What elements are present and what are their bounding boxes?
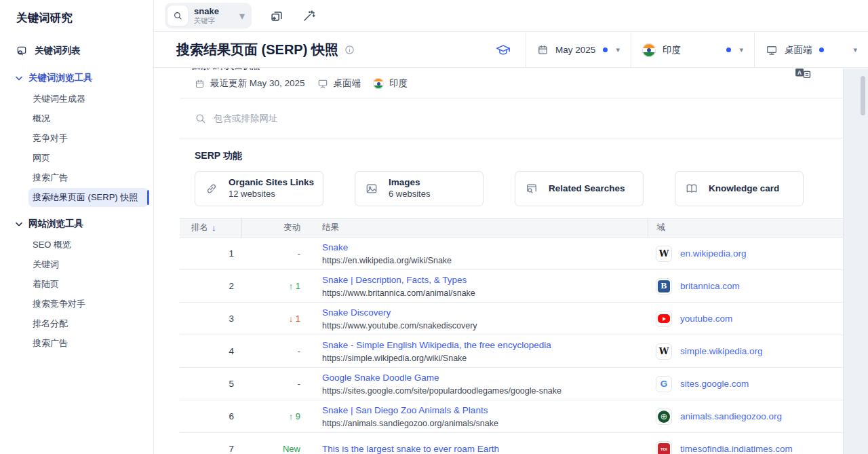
feature-card-related-searches[interactable]: Related Searches	[515, 171, 644, 206]
url-filter-input[interactable]	[214, 113, 566, 124]
change-value: -	[298, 379, 300, 389]
card-text: Related Searches	[549, 183, 625, 195]
page-header: 搜索结果页面 (SERP) 快照 May 2025 ▾ 印度 ▾	[154, 33, 868, 68]
feature-card-knowledge-card[interactable]: Knowledge card	[675, 171, 804, 206]
card-label: Knowledge card	[709, 183, 779, 195]
month-filter[interactable]: May 2025 ▾	[526, 33, 631, 67]
sidebar-subitem[interactable]: 概况	[28, 109, 149, 128]
result-url: https://simple.wikipedia.org/wiki/Snake	[322, 353, 648, 364]
chevron-down-icon	[16, 222, 22, 227]
domain-link[interactable]: timesofindia.indiatimes.com	[680, 444, 793, 454]
feature-card-organic-sites-links[interactable]: Organic Sites Links 12 websites	[195, 171, 323, 206]
domain-link[interactable]: simple.wikipedia.org	[680, 346, 763, 356]
domain-link[interactable]: sites.google.com	[680, 379, 749, 389]
result-url: https://animals.sandiegozoo.org/animals/…	[322, 418, 648, 429]
domain-cell: britannica.com	[648, 278, 843, 295]
sidebar-subitem[interactable]: 搜索广告	[28, 334, 149, 353]
page-title: 搜索结果页面 (SERP) 快照	[176, 41, 338, 59]
month-filter-value: May 2025	[555, 45, 595, 55]
sort-descending-icon[interactable]: ↓	[212, 223, 216, 233]
card-subtitle: 6 websites	[389, 189, 430, 200]
result-url: https://sites.google.com/site/populardoo…	[322, 385, 648, 396]
sidebar-subitem[interactable]: 竞争对手	[28, 129, 149, 148]
card-text: Images 6 websites	[389, 177, 430, 200]
card-label: Organic Sites Links	[229, 177, 314, 189]
result-title-link[interactable]: Snake	[322, 242, 648, 253]
rank-cell: 4	[180, 346, 242, 356]
india-flag-icon	[642, 43, 656, 57]
change-cell: 9	[242, 411, 309, 421]
column-header-result: 结果	[309, 222, 648, 233]
sidebar-subitem[interactable]: 排名分配	[28, 314, 149, 333]
sidebar-subitem[interactable]: 着陆页	[28, 275, 149, 294]
change-value: 9	[289, 411, 300, 421]
country-filter-value: 印度	[663, 44, 681, 56]
sidebar-subitem[interactable]: 搜索竞争对手	[28, 295, 149, 314]
feature-card-images[interactable]: Images 6 websites	[355, 171, 484, 206]
result-title-link[interactable]: Snake Discovery	[322, 307, 648, 318]
change-value: New	[283, 444, 300, 454]
result-title-link[interactable]: Snake | San Diego Zoo Animals & Plants	[322, 404, 648, 416]
card-label: Related Searches	[549, 183, 625, 195]
india-flag-icon	[373, 78, 384, 89]
site-favicon	[656, 246, 672, 262]
site-favicon	[656, 409, 672, 425]
sidebar-subitem[interactable]: SEO 概览	[28, 235, 149, 254]
translate-icon[interactable]: A	[795, 69, 811, 80]
sidebar-group-label: 关键词浏览工具	[28, 72, 93, 84]
change-cell: New	[242, 444, 309, 454]
result-title-link[interactable]: This is the largest snake to ever roam E…	[322, 443, 648, 454]
sidebar-group-website-tools[interactable]: 网站浏览工具	[0, 214, 153, 234]
sidebar-subitem[interactable]: 网页	[28, 149, 149, 168]
keyword-selector[interactable]: snake 关键字 ▾	[165, 3, 252, 29]
sidebar: 关键词研究 关键词列表 关键词浏览工具 关键词生成器 概况	[0, 0, 154, 454]
sidebar-item-keyword-list[interactable]: 关键词列表	[0, 41, 153, 61]
result-cell: Snake | San Diego Zoo Animals & Plants h…	[309, 404, 648, 429]
vertical-scrollbar-thumb[interactable]	[861, 76, 865, 115]
result-title-link[interactable]: Snake - Simple English Wikipedia, the fr…	[322, 339, 648, 351]
sidebar-subitem-label: 排名分配	[33, 318, 68, 330]
result-cell: Snake - Simple English Wikipedia, the fr…	[309, 339, 648, 364]
sidebar-subitem[interactable]: 搜索结果页面 (SERP) 快照	[28, 188, 149, 207]
add-to-compare-icon[interactable]	[269, 8, 284, 23]
top-bar: snake 关键字 ▾	[154, 0, 868, 32]
card-label: Images	[389, 177, 430, 189]
domain-link[interactable]: youtube.com	[680, 314, 732, 324]
sidebar-group-keyword-tools[interactable]: 关键词浏览工具	[0, 68, 153, 88]
column-label: 排名	[191, 222, 208, 233]
change-value: 1	[289, 314, 300, 324]
keyword-list-icon	[16, 45, 28, 57]
site-favicon	[656, 278, 672, 295]
sidebar-subitem[interactable]: 搜索广告	[28, 168, 149, 187]
device-filter[interactable]: 桌面端 ▾	[754, 33, 868, 67]
knowledge-card-icon	[685, 182, 698, 195]
url-filter-row	[180, 98, 843, 138]
magic-wand-icon[interactable]	[302, 9, 316, 23]
table-row: 4 - Snake - Simple English Wikipedia, th…	[180, 335, 843, 368]
info-icon[interactable]	[344, 45, 355, 55]
sidebar-subitem[interactable]: 关键词	[28, 255, 149, 274]
domain-link[interactable]: en.wikipedia.org	[680, 248, 747, 259]
rank-cell: 7	[180, 444, 242, 454]
filter-active-dot	[819, 48, 824, 52]
result-title-link[interactable]: Snake | Description, Facts, & Types	[322, 274, 648, 286]
result-cell: Google Snake Doodle Game https://sites.g…	[309, 372, 648, 396]
domain-link[interactable]: animals.sandiegozoo.org	[680, 411, 782, 421]
rank-cell: 3	[180, 314, 242, 324]
domain-cell: simple.wikipedia.org	[648, 343, 843, 360]
change-cell: 1	[242, 281, 309, 291]
change-value: 1	[289, 281, 300, 291]
keyword-type-label: 关键字	[194, 17, 219, 24]
rank-cell: 5	[180, 379, 242, 389]
search-icon	[195, 113, 206, 124]
sidebar-subitem-label: 搜索竞争对手	[33, 298, 85, 310]
domain-link[interactable]: britannica.com	[680, 281, 740, 291]
academy-graduation-cap-icon[interactable]	[496, 43, 511, 58]
sidebar-subitem[interactable]: 关键词生成器	[28, 90, 149, 109]
result-title-link[interactable]: Google Snake Doodle Game	[322, 372, 648, 383]
rank-cell: 2	[180, 281, 242, 291]
table-row: 2 1 Snake | Description, Facts, & Types …	[180, 270, 843, 303]
current-keyword: snake	[194, 7, 219, 16]
country-filter[interactable]: 印度 ▾	[631, 33, 754, 67]
column-header-rank[interactable]: 排名 ↓	[180, 219, 242, 237]
